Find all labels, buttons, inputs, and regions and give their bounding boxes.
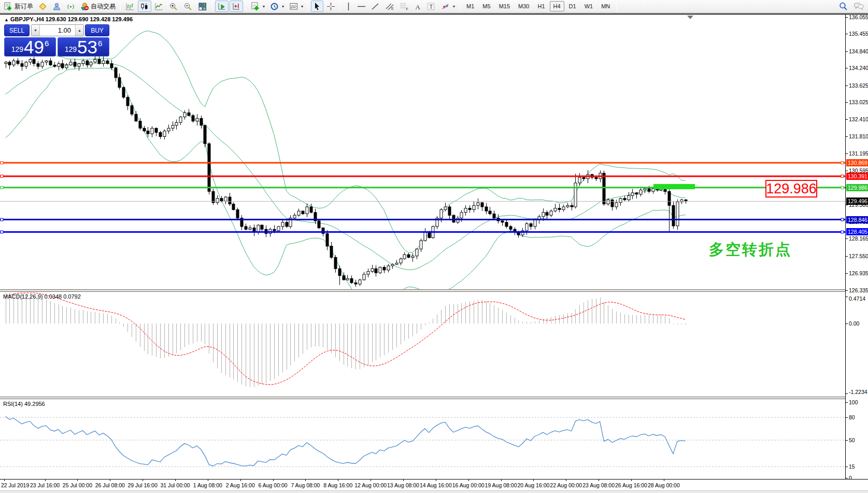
- bar-chart-mode-button[interactable]: [123, 1, 137, 12]
- axis-label: 132.410: [849, 116, 868, 122]
- templates-button[interactable]: ▾: [287, 1, 305, 12]
- accounts-button[interactable]: [50, 1, 63, 12]
- timeframe-m5-button[interactable]: M5: [479, 1, 494, 11]
- time-label: 19 Aug 08:00: [485, 482, 517, 488]
- line-chart-mode-button[interactable]: [152, 1, 166, 12]
- volume-increase-button[interactable]: ▲: [76, 25, 83, 36]
- chart-note-text[interactable]: 多空转折点: [709, 240, 792, 260]
- svg-text:A: A: [416, 3, 421, 10]
- line-handle-icon[interactable]: [1, 186, 3, 189]
- horizontal-line-button[interactable]: [355, 1, 368, 12]
- time-axis[interactable]: 22 Jul 201923 Jul 16:0025 Jul 00:0026 Ju…: [0, 480, 868, 490]
- highlight-rectangle[interactable]: [653, 184, 695, 189]
- price-callout-box[interactable]: 129.986: [765, 180, 817, 198]
- timeframe-group: M1M5M15M30H1H4D1W1MN: [462, 0, 614, 13]
- zoom-in-button[interactable]: [167, 1, 180, 12]
- axis-tick: [846, 290, 848, 291]
- auto-trading-button[interactable]: 自动交易: [78, 1, 118, 12]
- price-axis[interactable]: 136.055135.455134.840134.240133.625133.0…: [846, 15, 868, 479]
- indicators-dropdown-caret[interactable]: ▾: [263, 4, 265, 9]
- rsi-indicator-pane[interactable]: [0, 399, 845, 479]
- time-tick: [175, 480, 176, 481]
- macd-histogram: [6, 293, 686, 387]
- timeframe-w1-button[interactable]: W1: [581, 1, 597, 11]
- chat-button[interactable]: [851, 1, 866, 12]
- trendline-icon: [371, 2, 380, 11]
- timeframe-m30-button[interactable]: M30: [515, 1, 533, 11]
- text-label-button[interactable]: T: [424, 1, 438, 12]
- timeframe-d1-button[interactable]: D1: [565, 1, 580, 11]
- timeframe-h1-button[interactable]: H1: [534, 1, 548, 11]
- toolbar-separator: [120, 2, 121, 11]
- macd-signal-line: [6, 293, 686, 385]
- line-handle-icon[interactable]: [841, 186, 844, 189]
- market-watch-button[interactable]: [36, 1, 49, 12]
- line-handle-icon[interactable]: [841, 161, 844, 164]
- fibonacci-button[interactable]: F: [397, 1, 411, 12]
- volume-decrease-button[interactable]: ▼: [32, 25, 39, 36]
- text-button[interactable]: A: [412, 1, 423, 12]
- arrows-button[interactable]: ▾: [439, 1, 457, 12]
- time-tick: [110, 480, 110, 481]
- axis-label: 100: [849, 399, 858, 405]
- periods-button[interactable]: ▾: [268, 1, 286, 12]
- time-label: 25 Jul 00:00: [63, 482, 92, 488]
- time-tick: [436, 480, 436, 481]
- price-level-chip-130.869: 130.869: [846, 159, 868, 166]
- volume-input[interactable]: [39, 25, 76, 36]
- templates-dropdown-caret[interactable]: ▾: [301, 4, 303, 9]
- chart-shift-button[interactable]: [230, 1, 243, 12]
- ohlc-low: 129.428: [90, 16, 111, 22]
- crosshair-button[interactable]: [324, 1, 337, 12]
- search-button[interactable]: [836, 1, 850, 12]
- line-handle-icon[interactable]: [841, 175, 844, 177]
- periods-dropdown-caret[interactable]: ▾: [282, 4, 284, 9]
- zoom-out-button[interactable]: [181, 1, 195, 12]
- sell-button[interactable]: SELL: [4, 24, 30, 36]
- indicators-button[interactable]: ▾: [249, 1, 267, 12]
- line-handle-icon[interactable]: [1, 161, 3, 164]
- timeframe-h4-button[interactable]: H4: [550, 1, 564, 11]
- time-label: 6 Aug 00:00: [259, 482, 288, 488]
- macd-canvas[interactable]: [0, 292, 845, 397]
- axis-tick: [846, 323, 848, 324]
- timeframe-mn-button[interactable]: MN: [597, 1, 614, 11]
- equidistant-channel-button[interactable]: E: [383, 1, 396, 12]
- new-order-button[interactable]: 新订单: [2, 1, 35, 12]
- buy-button[interactable]: BUY: [85, 24, 109, 36]
- axis-tick: [846, 34, 848, 34]
- time-label: 29 Jul 16:00: [128, 482, 158, 488]
- auto-scroll-button[interactable]: [215, 1, 229, 12]
- chart-shift-marker-icon[interactable]: [687, 16, 693, 19]
- trendline-button[interactable]: [369, 1, 382, 12]
- tile-windows-icon: [198, 2, 207, 11]
- signals-button[interactable]: [64, 1, 77, 12]
- line-handle-icon[interactable]: [1, 218, 3, 221]
- sell-price-big: 49: [24, 38, 44, 55]
- main-toolbar: 新订单自动交易▾▾▾EFAT▾M1M5M15M30H1H4D1W1MN: [0, 0, 868, 13]
- price-level-chip-128.405: 128.405: [846, 228, 868, 235]
- time-tick: [566, 480, 566, 481]
- vertical-line-button[interactable]: [343, 1, 354, 12]
- line-handle-icon[interactable]: [1, 175, 3, 177]
- macd-indicator-pane[interactable]: [0, 292, 845, 397]
- cursor-button[interactable]: [311, 1, 323, 12]
- buy-price-display[interactable]: 129 53 6: [58, 37, 109, 57]
- sell-price-display[interactable]: 129 49 6: [4, 37, 56, 57]
- axis-tick: [846, 171, 848, 171]
- time-label: 26 Jul 08:00: [95, 482, 125, 488]
- line-handle-icon[interactable]: [841, 218, 844, 221]
- line-handle-icon[interactable]: [1, 231, 3, 233]
- toolbar-separator: [340, 2, 340, 11]
- auto-scroll-icon: [217, 2, 226, 11]
- tile-windows-button[interactable]: [196, 1, 209, 12]
- arrows-dropdown-caret[interactable]: ▾: [453, 4, 455, 9]
- axis-label: 133.625: [849, 82, 868, 89]
- timeframe-m15-button[interactable]: M15: [495, 1, 514, 11]
- line-handle-icon[interactable]: [841, 231, 844, 233]
- axis-label: 80: [849, 414, 855, 420]
- time-tick: [208, 480, 208, 481]
- rsi-canvas[interactable]: [0, 399, 845, 479]
- candle-chart-mode-button[interactable]: [138, 1, 151, 12]
- timeframe-m1-button[interactable]: M1: [463, 1, 478, 11]
